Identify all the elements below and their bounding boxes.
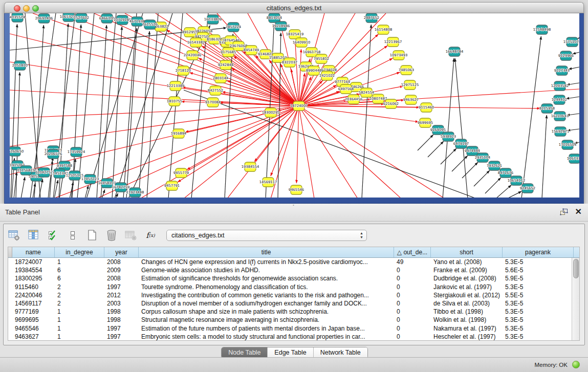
- window-titlebar[interactable]: citations_edges.txt: [4, 2, 584, 13]
- graph-node[interactable]: 5824554: [359, 88, 374, 97]
- table-row[interactable]: 946554611997Estimation of the future num…: [8, 324, 572, 333]
- network-canvas[interactable]: 1872400789129541822605894275031654338281…: [10, 13, 579, 198]
- graph-node[interactable]: 12975125: [401, 80, 419, 90]
- table-row[interactable]: 1456911722003Disruption of a novel membe…: [8, 299, 572, 308]
- table-row[interactable]: 977716911998Corpus callosum shape and si…: [8, 308, 572, 316]
- graph-node[interactable]: 6497568: [338, 84, 354, 94]
- splitter-grip[interactable]: •: [290, 204, 298, 206]
- column-header-title[interactable]: title: [139, 247, 394, 257]
- graph-node[interactable]: 6466100: [99, 14, 115, 23]
- graph-node[interactable]: 9457791: [164, 181, 180, 190]
- new-table-icon[interactable]: [85, 229, 99, 242]
- graph-node[interactable]: 1916894: [171, 129, 186, 138]
- graph-node[interactable]: 7955812: [314, 54, 329, 63]
- svg-text:15692971: 15692971: [552, 129, 570, 134]
- graph-node[interactable]: 15692971: [552, 127, 570, 136]
- graph-node[interactable]: 16210643: [551, 112, 569, 121]
- graph-node[interactable]: 25260650: [10, 147, 24, 156]
- tab-node-table[interactable]: Node Table: [222, 347, 268, 358]
- graph-node[interactable]: 4035574: [10, 13, 25, 22]
- graph-node[interactable]: 16154808: [375, 25, 393, 34]
- graph-node[interactable]: 5938923: [441, 132, 456, 141]
- graph-node[interactable]: 7485063: [399, 65, 414, 75]
- float-panel-icon[interactable]: [560, 208, 568, 216]
- graph-node[interactable]: 6479197: [453, 139, 469, 148]
- table-row[interactable]: 2242004622012Investigating the contribut…: [8, 291, 572, 299]
- tab-edge-table[interactable]: Edge Table: [268, 347, 313, 358]
- graph-node[interactable]: 7932621: [487, 161, 502, 170]
- graph-node[interactable]: 17016504: [559, 140, 577, 149]
- graph-node[interactable]: 2718120: [176, 66, 191, 75]
- graph-node[interactable]: 2803144: [213, 74, 228, 83]
- node-table: namein_degreeyeartitle△ out_de...shortpa…: [8, 247, 580, 341]
- graph-node[interactable]: 9129966: [558, 51, 574, 60]
- column-header-year[interactable]: year: [104, 247, 139, 257]
- graph-node[interactable]: 2935114: [475, 153, 490, 162]
- scrollbar-thumb[interactable]: [573, 259, 579, 278]
- graph-node[interactable]: 8427552: [208, 86, 223, 95]
- graph-node[interactable]: 15751074: [563, 37, 579, 47]
- table-columns-icon[interactable]: [27, 229, 40, 242]
- vertical-scrollbar[interactable]: [572, 258, 579, 340]
- graph-node[interactable]: 18325419: [286, 30, 304, 39]
- column-header-name[interactable]: name: [12, 247, 55, 257]
- table-row[interactable]: 1830029562008Estimation of significance …: [8, 274, 572, 282]
- graph-node[interactable]: 1167331: [567, 154, 579, 163]
- cell-pagerank: 5.3E-5: [503, 299, 572, 308]
- graph-node[interactable]: 9465546: [289, 185, 304, 194]
- graph-node[interactable]: 19384554: [242, 162, 259, 171]
- graph-node[interactable]: 16033809: [204, 15, 222, 24]
- graph-node[interactable]: 17359924: [68, 147, 85, 157]
- select-rows-icon[interactable]: [47, 229, 60, 242]
- column-header-out_de[interactable]: △ out_de...: [394, 247, 431, 257]
- graph-node[interactable]: 12093582: [551, 81, 569, 91]
- graph-node[interactable]: 9175685: [221, 48, 236, 57]
- graph-node[interactable]: 19218986: [272, 21, 290, 31]
- graph-node[interactable]: 12213389: [167, 81, 185, 91]
- function-icon[interactable]: f(x): [144, 229, 157, 242]
- graph-node[interactable]: 9699695: [418, 118, 433, 127]
- close-panel-icon[interactable]: ✕: [575, 208, 582, 216]
- column-header-short[interactable]: short: [431, 247, 503, 257]
- graph-node[interactable]: 2051810: [12, 61, 28, 70]
- graph-node[interactable]: 7615526: [142, 20, 158, 29]
- row-height-icon[interactable]: [66, 229, 79, 242]
- graph-node[interactable]: 14569117: [259, 178, 277, 187]
- table-row[interactable]: 946362711997Embryonic stem cells: a mode…: [8, 333, 572, 340]
- table-body[interactable]: 1872400712008Changes of HCN gene express…: [8, 258, 572, 340]
- graph-node[interactable]: 8322037: [282, 58, 297, 67]
- table-settings-icon[interactable]: [8, 229, 21, 242]
- graph-node[interactable]: 9227343: [554, 66, 570, 75]
- table-row[interactable]: 911546021997Tourette syndrome. Phenomeno…: [8, 283, 572, 291]
- table-row[interactable]: 969969511998Structural magnetic resonanc…: [8, 316, 572, 324]
- svg-text:2051810: 2051810: [12, 63, 28, 68]
- graph-node[interactable]: 6216062: [383, 99, 399, 108]
- graph-node[interactable]: 9455779: [173, 168, 189, 178]
- graph-node[interactable]: 1527602: [74, 13, 89, 23]
- table-selector-dropdown[interactable]: citations_edges.txt ▲▼: [166, 230, 367, 241]
- graph-node[interactable]: 9242848: [218, 60, 233, 70]
- graph-node[interactable]: 8215958: [539, 104, 555, 113]
- graph-node[interactable]: 2887652: [364, 13, 379, 23]
- graph-node[interactable]: 1421022: [319, 71, 335, 80]
- graph-node[interactable]: 8454749: [244, 46, 259, 55]
- graph-node[interactable]: 1244412: [552, 95, 567, 104]
- graph-node[interactable]: 11548498: [533, 25, 551, 34]
- graph-node[interactable]: 1810755: [167, 97, 182, 106]
- svg-text:11156819: 11156819: [17, 168, 35, 172]
- graph-node[interactable]: 9245652: [520, 184, 535, 193]
- graph-node[interactable]: 16648784: [446, 47, 464, 56]
- graph-node[interactable]: 7857224: [226, 23, 241, 32]
- graph-node[interactable]: 12213967: [384, 37, 402, 47]
- graph-node[interactable]: 8813054: [267, 13, 282, 23]
- column-header-in_degree[interactable]: in_degree: [55, 247, 104, 257]
- tab-network-table[interactable]: Network Table: [314, 347, 367, 358]
- delete-table-icon[interactable]: [105, 229, 118, 242]
- table-row[interactable]: 1938455462009Genome-wide association stu…: [8, 266, 572, 274]
- column-header-pagerank[interactable]: pagerank: [503, 247, 574, 257]
- graph-node[interactable]: 8471676: [498, 168, 513, 178]
- table-row[interactable]: 1872400712008Changes of HCN gene express…: [8, 258, 572, 266]
- graph-node[interactable]: 9115460: [419, 103, 434, 112]
- graph-node[interactable]: 9463627: [403, 95, 419, 104]
- graph-node[interactable]: 9170084: [205, 98, 221, 107]
